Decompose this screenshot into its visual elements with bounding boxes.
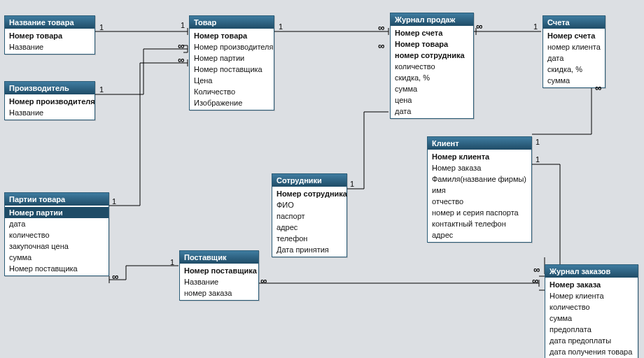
field[interactable]: контактный телефон xyxy=(428,218,531,229)
field[interactable]: Номер сотрудника xyxy=(272,188,346,199)
field[interactable]: скидка, % xyxy=(543,64,605,75)
field[interactable]: закупочная цена xyxy=(5,241,108,252)
entity-title: Журнал заказов xyxy=(545,265,638,278)
entity-title: Сотрудники xyxy=(272,174,346,187)
field[interactable]: дата xyxy=(5,218,108,229)
field[interactable]: количество xyxy=(5,229,108,241)
field[interactable]: скидка, % xyxy=(391,72,473,83)
cardinality: ∞ xyxy=(595,83,600,93)
cardinality: ∞ xyxy=(178,41,183,51)
field[interactable]: ФИО xyxy=(272,199,346,210)
cardinality: 1 xyxy=(112,197,116,206)
field[interactable]: Номер поставщика xyxy=(190,64,274,75)
field[interactable]: Номер партии xyxy=(5,207,108,218)
cardinality: 1 xyxy=(533,22,538,31)
field[interactable]: количество xyxy=(545,301,638,313)
cardinality: ∞ xyxy=(378,22,383,33)
entity-title: Производитель xyxy=(5,82,94,94)
cardinality: 1 xyxy=(350,180,354,188)
cardinality: ∞ xyxy=(378,41,383,51)
er-diagram: { "entities": { "product_name": { "title… xyxy=(0,0,644,358)
cardinality: 1 xyxy=(181,21,185,29)
field[interactable]: Дата принятия xyxy=(272,244,346,255)
field[interactable]: дата xyxy=(391,106,473,117)
field[interactable]: Название xyxy=(5,41,94,52)
entity-title: Товар xyxy=(190,16,274,29)
field[interactable]: Номер производителя xyxy=(190,41,274,52)
field[interactable]: Название xyxy=(180,276,258,287)
field[interactable]: Название xyxy=(5,107,94,118)
field[interactable]: Количество xyxy=(190,86,274,97)
field[interactable]: Номер заказа xyxy=(545,279,638,290)
field[interactable]: Номер товара xyxy=(190,30,274,41)
entity-title: Журнал продаж xyxy=(391,13,473,26)
cardinality: 1 xyxy=(170,258,174,266)
cardinality: 1 xyxy=(536,155,540,164)
field[interactable]: Номер товара xyxy=(391,38,473,50)
field[interactable]: сумма xyxy=(5,252,108,263)
entity-client[interactable]: Клиент Номер клиента Номер заказа Фамиля… xyxy=(427,136,532,243)
entity-title: Название товара xyxy=(5,16,94,29)
field[interactable]: имя xyxy=(428,185,531,196)
entity-manufacturer[interactable]: Производитель Номер производителя Назван… xyxy=(4,81,95,120)
field[interactable]: Цена xyxy=(190,75,274,86)
cardinality: ∞ xyxy=(260,275,265,286)
cardinality: 1 xyxy=(279,22,283,31)
cardinality: ∞ xyxy=(532,275,537,286)
field[interactable]: дата предоплаты xyxy=(545,335,638,346)
field[interactable]: телефон xyxy=(272,233,346,244)
field[interactable]: Номер партии xyxy=(190,52,274,64)
field[interactable]: Номер товара xyxy=(5,30,94,41)
entity-accounts[interactable]: Счета Номер счета номер клиента дата ски… xyxy=(542,15,606,88)
field[interactable]: Номер клиента xyxy=(428,151,531,162)
field[interactable]: сумма xyxy=(545,313,638,324)
field[interactable]: Номер заказа xyxy=(428,162,531,173)
entity-supplier[interactable]: Поставщик Номер поставщика Название номе… xyxy=(179,250,259,301)
field[interactable]: адрес xyxy=(428,229,531,241)
entity-product-name[interactable]: Название товара Номер товара Название xyxy=(4,15,95,55)
entity-batches[interactable]: Партии товара Номер партии дата количест… xyxy=(4,192,109,276)
field[interactable]: Фамиля(название фирмы) xyxy=(428,173,531,185)
field[interactable]: отчество xyxy=(428,196,531,207)
cardinality: 1 xyxy=(99,85,104,94)
entity-order-journal[interactable]: Журнал заказов Номер заказа Номер клиент… xyxy=(545,264,638,358)
field[interactable]: сумма xyxy=(391,83,473,94)
field[interactable]: паспорт xyxy=(272,210,346,222)
field[interactable]: количество xyxy=(391,61,473,72)
field[interactable]: Номер счета xyxy=(391,27,473,38)
field[interactable]: номер и серия паспорта xyxy=(428,207,531,218)
cardinality: ∞ xyxy=(533,264,538,275)
field[interactable]: Изображение xyxy=(190,97,274,108)
entity-title: Счета xyxy=(543,16,605,29)
cardinality: ∞ xyxy=(476,21,481,31)
cardinality: 1 xyxy=(536,138,540,146)
field[interactable]: номер заказа xyxy=(180,287,258,299)
entity-product[interactable]: Товар Номер товара Номер производителя Н… xyxy=(189,15,274,110)
cardinality: 1 xyxy=(99,23,104,31)
field[interactable]: Номер производителя xyxy=(5,96,94,107)
field[interactable]: дата получения товара xyxy=(545,346,638,357)
field[interactable]: адрес xyxy=(272,222,346,233)
field[interactable]: дата xyxy=(543,52,605,64)
field[interactable]: номер клиента xyxy=(543,41,605,52)
field[interactable]: Номер поставщика xyxy=(5,263,108,274)
entity-body: Номер товара Название xyxy=(5,29,94,54)
field[interactable]: Номер клиента xyxy=(545,290,638,301)
field[interactable]: Номер поставщика xyxy=(180,265,258,276)
entity-title: Поставщик xyxy=(180,251,258,264)
field[interactable]: цена xyxy=(391,94,473,106)
entity-title: Партии товара xyxy=(5,193,108,206)
field[interactable]: Номер счета xyxy=(543,30,605,41)
field[interactable]: номер сотрудника xyxy=(391,50,473,61)
entity-sales-journal[interactable]: Журнал продаж Номер счета Номер товара н… xyxy=(390,13,474,119)
cardinality: ∞ xyxy=(112,271,117,282)
entity-employees[interactable]: Сотрудники Номер сотрудника ФИО паспорт … xyxy=(272,173,347,257)
cardinality: ∞ xyxy=(178,55,183,65)
entity-title: Клиент xyxy=(428,137,531,150)
field[interactable]: предоплата xyxy=(545,324,638,335)
